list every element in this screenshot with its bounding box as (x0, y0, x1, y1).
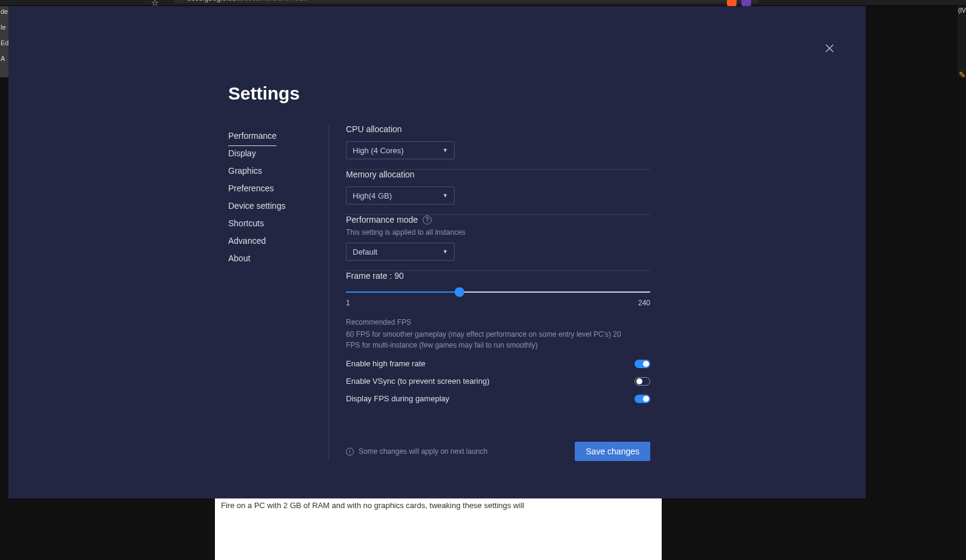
framerate-value: 90 (394, 271, 404, 281)
slider-max: 240 (638, 299, 650, 307)
nav-item-about[interactable]: About (228, 249, 251, 268)
toggle-vsync[interactable] (635, 377, 650, 386)
chevron-down-icon: ▼ (443, 249, 448, 255)
pencil-icon: ✎ (959, 70, 966, 80)
toggle-label: Enable high frame rate (346, 359, 426, 368)
section-memory: Memory allocation High(4 GB) ▼ (346, 170, 650, 214)
perfmode-subnote: This setting is applied to all instances (346, 228, 650, 237)
browser-url-bar: 🔒 docs.google.com/document/d/… /edit (174, 0, 758, 3)
extension-badge-2 (741, 0, 751, 6)
section-cpu: CPU allocation High (4 Cores) ▼ (346, 124, 650, 169)
info-icon: i (346, 448, 354, 456)
settings-nav: Performance Display Graphics Preferences… (228, 124, 328, 461)
settings-content: CPU allocation High (4 Cores) ▼ Memory a… (346, 124, 650, 461)
perfmode-select-value: Default (353, 247, 377, 256)
slider-thumb[interactable] (455, 287, 464, 297)
toggle-row-show-fps: Display FPS during gameplay (346, 394, 650, 403)
vertical-divider (328, 126, 329, 461)
nav-item-graphics[interactable]: Graphics (228, 162, 262, 180)
url-path: /document/d/… /edit (242, 0, 307, 2)
toggle-display-fps[interactable] (635, 395, 650, 403)
toggle-label: Display FPS during gameplay (346, 394, 449, 403)
recommended-fps-title: Recommended FPS (346, 318, 650, 326)
chevron-down-icon: ▼ (443, 192, 448, 199)
close-button[interactable] (824, 43, 836, 56)
slider-fill (346, 291, 459, 293)
slider-range-labels: 1 240 (346, 299, 650, 307)
left-cropped-strip: de le Ed A (0, 6, 8, 77)
extension-badge-1 (727, 0, 737, 6)
toggle-high-frame-rate[interactable] (635, 360, 650, 368)
save-button[interactable]: Save changes (575, 442, 650, 461)
settings-panel: Settings Performance Display Graphics Pr… (8, 6, 866, 498)
chevron-down-icon: ▼ (443, 147, 448, 153)
close-icon (825, 43, 834, 53)
cpu-label: CPU allocation (346, 124, 650, 134)
nav-item-performance[interactable]: Performance (228, 127, 277, 146)
section-framerate: Frame rate : 90 1 240 Recommended FPS 60… (346, 271, 650, 413)
background-document: Fire on a PC with 2 GB of RAM and with n… (215, 498, 662, 560)
framerate-label: Frame rate : 90 (346, 271, 650, 281)
memory-select-value: High(4 GB) (353, 191, 392, 200)
toggle-label: Enable VSync (to prevent screen tearing) (346, 377, 490, 386)
recommended-fps-body: 60 FPS for smoother gameplay (may effect… (346, 329, 629, 351)
nav-item-advanced[interactable]: Advanced (228, 232, 266, 250)
cpu-select[interactable]: High (4 Cores) ▼ (346, 141, 455, 159)
nav-item-shortcuts[interactable]: Shortcuts (228, 214, 264, 233)
slider-min: 1 (346, 299, 350, 307)
toggle-row-high-fps: Enable high frame rate (346, 359, 650, 368)
footer-row: i Some changes will apply on next launch… (346, 442, 650, 461)
help-icon[interactable]: ? (423, 215, 432, 224)
footer-note: i Some changes will apply on next launch (346, 447, 487, 456)
page-title: Settings (228, 83, 651, 104)
nav-item-device[interactable]: Device settings (228, 197, 286, 215)
section-perfmode: Performance mode ? This setting is appli… (346, 215, 650, 270)
memory-select[interactable]: High(4 GB) ▼ (346, 186, 455, 205)
perfmode-label: Performance mode ? (346, 215, 650, 224)
toggle-row-vsync: Enable VSync (to prevent screen tearing) (346, 377, 650, 386)
cpu-select-value: High (4 Cores) (353, 146, 404, 155)
right-cropped-strip: (IV (958, 6, 966, 77)
nav-item-preferences[interactable]: Preferences (228, 179, 273, 198)
url-host: docs.google.com (187, 0, 242, 2)
perfmode-select[interactable]: Default ▼ (346, 243, 455, 261)
framerate-slider[interactable] (346, 287, 650, 298)
nav-item-display[interactable]: Display (228, 144, 256, 163)
memory-label: Memory allocation (346, 170, 650, 179)
